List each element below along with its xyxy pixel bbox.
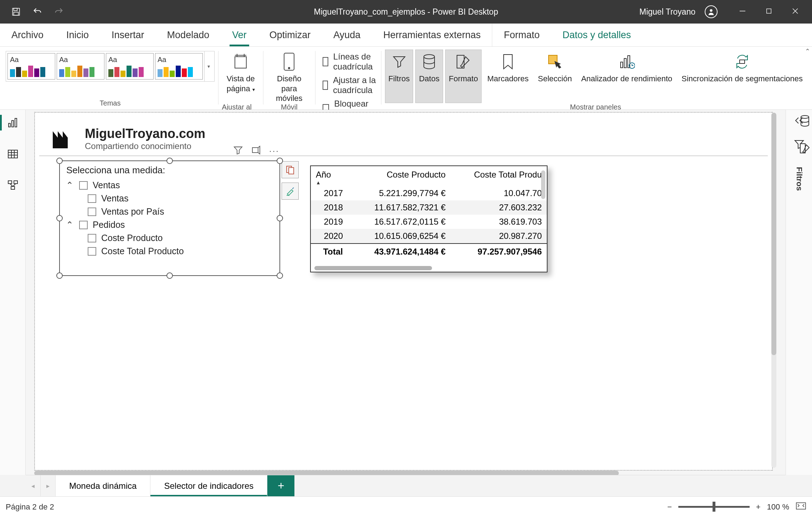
- filtros-panel-label[interactable]: Filtros: [795, 167, 804, 191]
- table-scroll-v[interactable]: [541, 170, 545, 199]
- resize-handle[interactable]: [56, 272, 63, 279]
- fit-page-icon[interactable]: [796, 502, 806, 512]
- view-rail: [0, 110, 26, 475]
- slicer-visual[interactable]: ··· Selecciona una medida: ⌃Ventas Venta…: [59, 160, 280, 276]
- check-lineas-cuadricula[interactable]: Líneas de cuadrícula: [323, 52, 377, 72]
- report-view-icon[interactable]: [6, 116, 19, 129]
- table-row[interactable]: 202010.615.069,6254 €20.987.270: [311, 229, 547, 244]
- brand-subtitle: Compartiendo conocimiento: [85, 141, 205, 151]
- svg-rect-1: [14, 8, 17, 11]
- visual-focus-icon[interactable]: [251, 145, 261, 156]
- page-tab-2[interactable]: Selector de indicadores: [150, 475, 267, 496]
- theme-thumb[interactable]: Aa: [57, 53, 104, 80]
- undo-icon[interactable]: [32, 6, 43, 17]
- table-col-c1[interactable]: Coste Producto: [350, 166, 451, 186]
- datos-label: Datos: [419, 74, 439, 84]
- resize-handle[interactable]: [277, 158, 283, 164]
- zoom-in[interactable]: +: [756, 502, 761, 512]
- tree-item[interactable]: Coste Total Producto: [65, 245, 279, 258]
- maximize-icon[interactable]: [766, 8, 772, 16]
- ribbon-collapse-icon[interactable]: ⌃: [803, 47, 812, 56]
- vista-pagina-button[interactable]: Vista de página ▾: [222, 50, 259, 103]
- tab-archivo[interactable]: Archivo: [0, 24, 55, 46]
- visual-paint-icon[interactable]: [282, 183, 299, 200]
- user-avatar-icon[interactable]: [705, 5, 718, 18]
- analizador-button[interactable]: Analizador de rendimiento: [577, 50, 676, 103]
- tree-item[interactable]: Ventas por País: [65, 205, 279, 218]
- sincro-button[interactable]: Sincronización de segmentaciones: [678, 50, 806, 103]
- theme-thumb[interactable]: Aa: [106, 53, 154, 80]
- table-col-year[interactable]: Año: [311, 166, 350, 186]
- resize-handle[interactable]: [166, 158, 173, 164]
- table-row[interactable]: 20175.221.299,7794 €10.047.70: [311, 186, 547, 200]
- resize-handle[interactable]: [166, 272, 173, 279]
- diseno-moviles-button[interactable]: Diseño para móviles: [267, 50, 312, 103]
- zoom-slider[interactable]: [678, 506, 750, 508]
- user-name: Miguel Troyano: [639, 7, 695, 17]
- vista-pagina-label: Vista de página: [227, 74, 255, 93]
- canvas-scroll-v[interactable]: [771, 113, 776, 468]
- visual-filter-icon[interactable]: [233, 145, 243, 156]
- check-ajustar-cuadricula[interactable]: Ajustar a la cuadrícula: [323, 75, 377, 95]
- tab-formato[interactable]: Formato: [492, 24, 551, 46]
- tab-inicio[interactable]: Inicio: [55, 24, 100, 46]
- report-canvas[interactable]: MiguelTroyano.com Compartiendo conocimie…: [26, 110, 786, 475]
- ribbon-group-movil: Diseño para móviles Móvil: [265, 50, 314, 109]
- lineas-cuadricula-label: Líneas de cuadrícula: [333, 52, 377, 72]
- close-icon[interactable]: [792, 7, 799, 16]
- svg-rect-24: [15, 118, 17, 127]
- zoom-out[interactable]: −: [667, 502, 672, 512]
- page-add-button[interactable]: +: [267, 475, 294, 496]
- theme-gallery-more[interactable]: ▾: [204, 51, 213, 82]
- page-nav-next[interactable]: ▸: [41, 475, 56, 496]
- tab-datos-detalles[interactable]: Datos y detalles: [551, 24, 642, 46]
- canvas-scroll-h[interactable]: [34, 471, 619, 475]
- table-visual[interactable]: Año Coste Producto Coste Total Produ 201…: [310, 165, 548, 272]
- datos-button[interactable]: Datos: [415, 50, 443, 103]
- tree-item-label: Coste Producto: [101, 233, 163, 243]
- tab-insertar[interactable]: Insertar: [100, 24, 156, 46]
- tree-item[interactable]: Ventas: [65, 192, 279, 205]
- resize-handle[interactable]: [277, 215, 283, 221]
- formato-button[interactable]: Formato: [445, 50, 482, 103]
- tab-herramientas-externas[interactable]: Herramientas externas: [372, 24, 492, 46]
- canvas-page[interactable]: MiguelTroyano.com Compartiendo conocimie…: [34, 112, 773, 471]
- theme-thumb[interactable]: Aa: [7, 53, 55, 80]
- theme-thumb[interactable]: Aa: [155, 53, 203, 80]
- tab-ayuda[interactable]: Ayuda: [322, 24, 372, 46]
- table-row[interactable]: 201811.617.582,7321 €27.603.232: [311, 200, 547, 215]
- save-icon[interactable]: [11, 6, 21, 17]
- data-view-icon[interactable]: [6, 148, 19, 160]
- ribbon-group-opciones-pagina: Líneas de cuadrícula Ajustar a la cuadrí…: [317, 50, 380, 109]
- resize-handle[interactable]: [277, 272, 283, 279]
- tree-group[interactable]: ⌃Pedidos: [65, 218, 279, 231]
- table-col-c2[interactable]: Coste Total Produ: [451, 166, 547, 186]
- resize-handle[interactable]: [56, 158, 63, 164]
- format-pane-icon[interactable]: [799, 143, 811, 155]
- table-scroll-h[interactable]: [314, 266, 432, 270]
- redo-icon[interactable]: [53, 6, 64, 17]
- visual-copy-icon[interactable]: [282, 161, 299, 178]
- ribbon-tabs: Archivo Inicio Insertar Modelado Ver Opt…: [0, 24, 812, 47]
- visual-more-icon[interactable]: ···: [269, 146, 279, 156]
- resize-handle[interactable]: [56, 215, 63, 221]
- marcadores-button[interactable]: Marcadores: [484, 50, 532, 103]
- tree-group[interactable]: ⌃Ventas: [65, 179, 279, 192]
- minimize-icon[interactable]: [739, 7, 746, 16]
- svg-rect-19: [628, 56, 630, 68]
- tree-item[interactable]: Coste Producto: [65, 231, 279, 245]
- table-row[interactable]: 201916.517.672,0115 €38.619.703: [311, 215, 547, 229]
- page-nav-prev[interactable]: ◂: [26, 475, 41, 496]
- svg-rect-37: [252, 148, 258, 153]
- tab-optimizar[interactable]: Optimizar: [258, 24, 322, 46]
- tab-modelado[interactable]: Modelado: [156, 24, 221, 46]
- seleccion-button[interactable]: Selección: [534, 50, 575, 103]
- svg-point-3: [710, 9, 712, 12]
- model-view-icon[interactable]: [6, 179, 19, 192]
- svg-rect-8: [235, 57, 246, 68]
- filtros-button[interactable]: Filtros: [385, 50, 413, 103]
- theme-gallery[interactable]: Aa Aa Aa Aa ▾: [6, 51, 215, 82]
- page-tab-1[interactable]: Moneda dinámica: [56, 475, 150, 496]
- tab-ver[interactable]: Ver: [221, 24, 258, 46]
- data-pane-icon[interactable]: [800, 115, 810, 128]
